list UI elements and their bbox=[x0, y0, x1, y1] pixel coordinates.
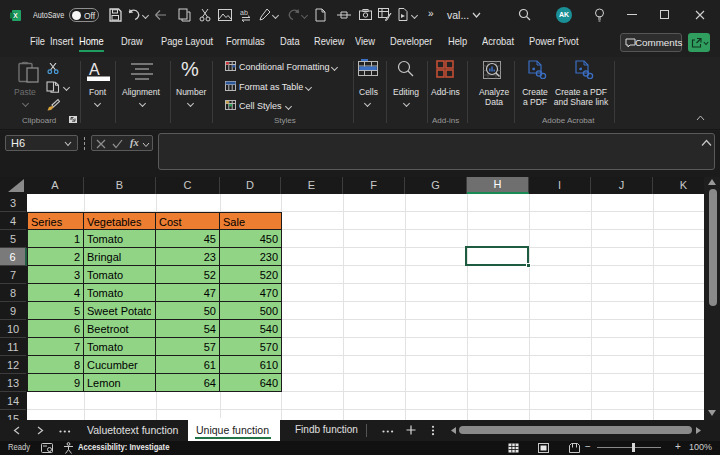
svg-text:A: A bbox=[89, 61, 100, 78]
svg-text:ab: ab bbox=[240, 9, 248, 16]
svg-text:%: % bbox=[181, 58, 199, 80]
svg-text:X: X bbox=[13, 12, 18, 19]
